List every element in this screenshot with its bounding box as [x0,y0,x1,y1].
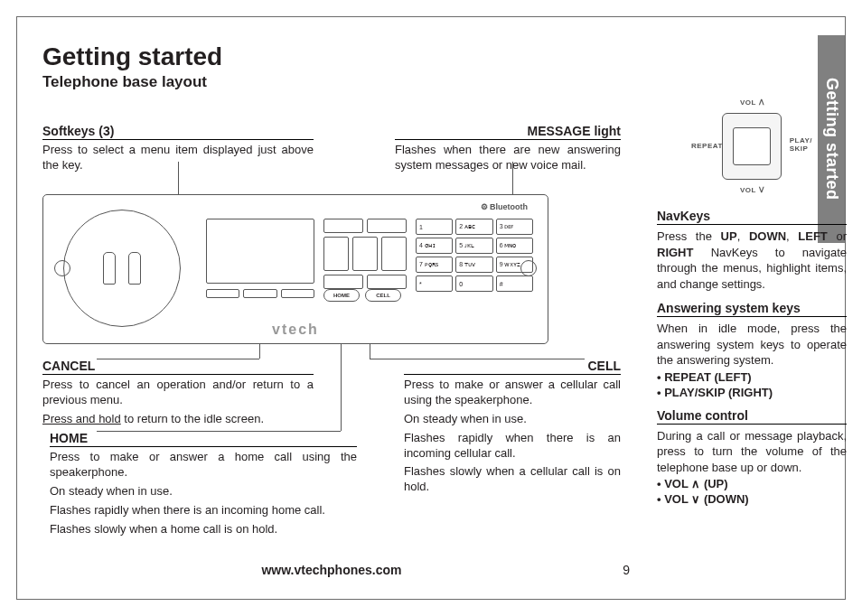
keypad-key: 8 ᴛᴜᴠ [455,257,492,273]
callout-cell-p2: On steady when in use. [404,412,621,427]
leader-line [178,162,179,194]
phone-base-outline: ⚙ Bluetooth [42,194,548,344]
callout-cancel-p2: Press and hold to return to the idle scr… [42,412,314,427]
top-callouts-row: Softkeys (3) Press to select a menu item… [42,124,621,178]
page-number: 9 [623,563,630,577]
base-hole [54,260,70,276]
nav-cluster [323,219,407,293]
cell-button: CELL [365,289,401,302]
nav-key [352,237,378,271]
cradle-prong [128,252,141,285]
page-subtitle: Telephone base layout [42,73,621,91]
lcd-screen [206,219,314,284]
handset-cradle [63,210,181,327]
callout-home: HOME Press to make or answer a home call… [50,431,357,540]
bluetooth-label: ⚙ Bluetooth [481,202,529,211]
callout-cell: CELL Press to make or answer a cellular … [404,359,621,499]
content-area: Getting started Telephone base layout So… [42,42,801,581]
navkey-up-label: VOL ᐱ [693,98,810,107]
callout-cell-p1: Press to make or answer a cellular call … [404,378,621,408]
keypad-key: # [496,275,533,292]
up-caret-icon [691,477,700,490]
nav-key [367,219,407,233]
callout-home-p1: Press to make or answer a home call usin… [50,450,357,481]
dial-keypad: 12 ᴀʙᴄ3 ᴅᴇꜰ 4 ɢʜɪ5 ᴊᴋʟ6 ᴍɴᴏ 7 ᴘǫʀs8 ᴛᴜᴠ9… [416,219,533,292]
softkey-button [206,289,239,298]
leader-line [512,162,513,194]
callout-cell-title: CELL [404,359,621,375]
answering-keys-bullet-playskip: • PLAY/SKIP (RIGHT) [657,386,847,399]
keypad-key: 5 ᴊᴋʟ [455,238,492,254]
navkey-down-label: VOL ᐯ [693,186,810,194]
keypad-key: 4 ɢʜɪ [416,238,453,254]
volume-control-heading: Volume control [657,408,847,425]
volume-down-bullet: • VOL (DOWN) [657,492,847,506]
nav-key [323,237,349,271]
keypad-key: 3 ᴅᴇꜰ [496,219,533,235]
callout-cell-p3: Flashes rapidly when there is an incomin… [404,431,621,462]
right-column: VOL ᐱ VOL ᐯ REPEAT PLAY/ SKIP NavKeys Pr… [657,97,847,506]
keypad-key: * [416,275,453,292]
page-title: Getting started [42,42,621,71]
callout-cell-p4: Flashes slowly when a cellular call is o… [404,464,621,495]
telephone-base-diagram: ⚙ Bluetooth [42,194,548,344]
navkeys-heading: NavKeys [657,209,847,225]
nav-key [381,237,407,271]
keypad-key: 0 [455,275,492,292]
answering-keys-body: When in idle mode, press the answering s… [657,321,847,369]
keypad-key: 1 [416,219,453,235]
manual-page: Getting started Getting started Telephon… [0,0,862,616]
callout-cancel-p1: Press to cancel an operation and/or retu… [42,378,314,408]
callout-cancel: CANCEL Press to cancel an operation and/… [42,359,314,431]
callout-home-title: HOME [50,431,357,447]
cradle-prong [103,252,116,285]
callout-cancel-title: CANCEL [42,359,314,375]
keypad-key: 6 ᴍɴᴏ [496,238,533,254]
keypad-key: 2 ᴀʙᴄ [455,219,492,235]
nav-key [323,275,363,289]
softkey-button [243,289,276,298]
nav-key [323,219,363,233]
keypad-key: 7 ᴘǫʀs [416,257,453,273]
brand-logo: vtech [43,322,548,338]
home-cell-buttons: HOME CELL [323,289,401,302]
answering-keys-heading: Answering system keys [657,301,847,317]
callout-home-p2: On steady when in use. [50,484,357,499]
navkey-right-label: PLAY/ SKIP [790,136,812,153]
answering-keys-bullet-repeat: • REPEAT (LEFT) [657,370,847,384]
keypad-key: 9 ᴡxʏᴢ [496,257,533,273]
footer-url: www.vtechphones.com [42,563,621,577]
softkey-button [281,289,314,298]
navkeys-body: Press the UP, DOWN, LEFT or RIGHT NavKey… [657,229,847,292]
nav-key [367,275,407,289]
callout-home-p3: Flashes rapidly when there is an incomin… [50,503,357,518]
page-frame: Getting started Getting started Telephon… [16,16,846,600]
callout-message-light: MESSAGE light Flashes when there are new… [395,124,621,177]
navkey-thumbnail: VOL ᐱ VOL ᐯ REPEAT PLAY/ SKIP [693,97,810,196]
softkey-row [206,289,314,298]
callout-message-light-title: MESSAGE light [395,124,621,140]
callout-message-light-body: Flashes when there are new answering sys… [395,143,621,173]
navkey-left-label: REPEAT [691,142,723,150]
callout-home-p4: Flashes slowly when a home call is on ho… [50,522,357,537]
volume-control-body: During a call or message playback, press… [657,428,847,476]
home-button: HOME [323,289,360,302]
left-column: Getting started Telephone base layout So… [42,42,621,581]
navkey-center [733,127,771,165]
callout-softkeys-title: Softkeys (3) [42,124,314,140]
down-caret-icon [691,492,700,506]
volume-up-bullet: • VOL (UP) [657,477,847,490]
